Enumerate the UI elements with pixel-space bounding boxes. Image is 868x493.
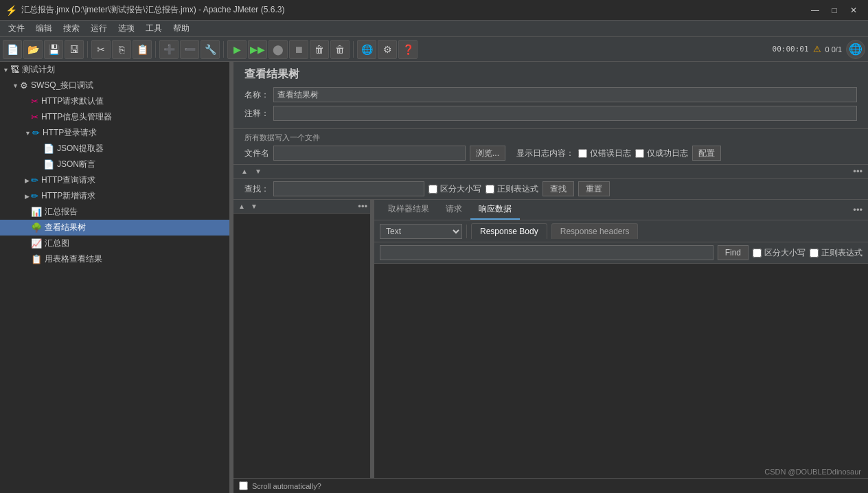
sidebar-label-summary: 汇总报告 <box>45 206 78 218</box>
sidebar-item-http-default[interactable]: ▶ ✂ HTTP请求默认值 <box>0 93 229 109</box>
remove-button[interactable]: ➖ <box>180 40 199 59</box>
menu-edit[interactable]: 编辑 <box>30 21 58 36</box>
sidebar-item-json-extractor[interactable]: ▶ 📄 JSON提取器 <box>0 141 229 157</box>
name-input[interactable] <box>273 87 857 102</box>
comment-input[interactable] <box>273 106 857 121</box>
clear-all-button[interactable]: 🗑 <box>330 40 350 59</box>
menu-help[interactable]: 帮助 <box>168 21 195 36</box>
copy-button[interactable]: ⎘ <box>112 40 131 59</box>
summary-icon: 📊 <box>31 207 42 217</box>
menu-file[interactable]: 文件 <box>3 21 30 36</box>
remote-start-button[interactable]: 🌐 <box>357 40 376 59</box>
sub-tab-headers[interactable]: Response headers <box>551 223 639 239</box>
regex-checkbox[interactable] <box>486 185 494 194</box>
csdn-watermark: CSDN @DOUBLEDdinosaur <box>764 468 861 476</box>
find-case-row: 区分大小写 <box>753 247 806 259</box>
expand-icon-http-login: ▼ <box>25 130 31 137</box>
globe-button[interactable]: 🌐 <box>846 40 865 59</box>
tabs-dots-menu[interactable]: ••• <box>853 205 863 215</box>
sidebar-item-http-login[interactable]: ▼ ✏ HTTP登录请求 <box>0 125 229 141</box>
reset-button[interactable]: 重置 <box>578 181 610 196</box>
find-case-checkbox[interactable] <box>753 249 762 257</box>
sidebar-label-json-assert: JSON断言 <box>57 159 95 170</box>
sep3 <box>223 41 224 58</box>
sidebar-item-http-header[interactable]: ▶ ✂ HTTP信息头管理器 <box>0 109 229 125</box>
sidebar-item-summary[interactable]: ▶ 📊 汇总报告 <box>0 204 229 220</box>
menu-options[interactable]: 选项 <box>113 21 140 36</box>
sidebar-item-swsq[interactable]: ▼ ⚙ SWSQ_接口调试 <box>0 78 229 93</box>
new-button[interactable]: 📄 <box>3 40 22 59</box>
sidebar-item-json-assert[interactable]: ▶ 📄 JSON断言 <box>0 157 229 172</box>
content-area: ▲ ▼ ••• 取样器结果 请求 响应数据 ••• <box>233 200 868 478</box>
arrow-down-list[interactable]: ▼ <box>249 203 260 211</box>
close-button[interactable]: ✕ <box>845 3 863 18</box>
open-button[interactable]: 📂 <box>23 40 43 59</box>
timer-display: 00:00:01 <box>773 45 809 54</box>
debug-button[interactable]: 🔧 <box>201 40 220 59</box>
clear-button[interactable]: 🗑 <box>310 40 329 59</box>
run-test-button[interactable]: ▶▶ <box>248 40 267 59</box>
expand-icon-testplan: ▼ <box>3 67 9 73</box>
add-button[interactable]: ➕ <box>159 40 179 59</box>
menu-run[interactable]: 运行 <box>85 21 113 36</box>
stop-now-button[interactable]: ⏹ <box>289 40 308 59</box>
right-panel: 查看结果树 名称： 注释： 所有数据写入一个文件 文件名 浏览... 显示日志内… <box>233 62 868 493</box>
divider-v <box>466 225 467 238</box>
paste-button[interactable]: 📋 <box>133 40 152 59</box>
browse-button[interactable]: 浏览... <box>470 146 505 161</box>
function-helper-button[interactable]: ⚙ <box>378 40 397 59</box>
tab-sampler-result[interactable]: 取样器结果 <box>380 200 437 220</box>
dots-menu-list[interactable]: ••• <box>358 201 367 211</box>
sidebar-item-result-tree[interactable]: ▶ 🌳 查看结果树 <box>0 220 229 236</box>
http-default-icon: ✂ <box>31 96 38 106</box>
file-label: 文件名 <box>244 148 269 159</box>
arrow-up-top[interactable]: ▲ <box>239 168 250 176</box>
arrow-down-top[interactable]: ▼ <box>253 168 264 176</box>
json-extractor-icon: 📄 <box>43 144 54 154</box>
sub-tab-body[interactable]: Response Body <box>471 223 547 239</box>
menu-search[interactable]: 搜索 <box>58 21 85 36</box>
sep1 <box>87 41 88 58</box>
tab-response-data[interactable]: 响应数据 <box>470 200 520 220</box>
panel-header: 查看结果树 名称： 注释： <box>233 62 868 129</box>
response-body <box>374 264 868 478</box>
save-button[interactable]: 💾 <box>44 40 63 59</box>
sidebar-item-testplan[interactable]: ▼ 🏗 测试计划 <box>0 62 229 78</box>
config-button[interactable]: 配置 <box>692 146 721 161</box>
search-input[interactable] <box>273 181 424 196</box>
tab-request[interactable]: 请求 <box>437 200 470 220</box>
find-regex-checkbox[interactable] <box>810 249 819 257</box>
sidebar-item-http-query[interactable]: ▶ ✏ HTTP查询请求 <box>0 172 229 188</box>
success-only-checkbox[interactable] <box>635 149 644 158</box>
http-header-icon: ✂ <box>31 112 38 122</box>
response-panel: 取样器结果 请求 响应数据 ••• Text JSON XML HTML Bin… <box>374 200 868 478</box>
errors-only-label: 仅错误日志 <box>590 148 631 159</box>
menu-tools[interactable]: 工具 <box>140 21 168 36</box>
arrow-up-list[interactable]: ▲ <box>236 203 247 211</box>
case-sensitive-checkbox[interactable] <box>429 185 437 194</box>
find-response-button[interactable]: Find <box>718 245 749 260</box>
main-area: ▼ 🏗 测试计划 ▼ ⚙ SWSQ_接口调试 ▶ ✂ HTTP请求默认值 ▶ ✂… <box>0 62 868 493</box>
sidebar-label-http-query: HTTP查询请求 <box>41 174 95 186</box>
sidebar-item-table-result[interactable]: ▶ 📋 用表格查看结果 <box>0 251 229 267</box>
scroll-auto-checkbox[interactable] <box>239 481 248 490</box>
table-result-icon: 📋 <box>31 254 42 264</box>
http-login-icon: ✏ <box>32 128 40 138</box>
regex-row: 正则表达式 <box>486 183 538 195</box>
help-button[interactable]: ❓ <box>398 40 418 59</box>
file-input[interactable] <box>273 146 466 161</box>
success-only-label: 仅成功日志 <box>647 148 688 159</box>
run-button[interactable]: ▶ <box>227 40 247 59</box>
errors-only-checkbox[interactable] <box>578 149 587 158</box>
dots-menu-top[interactable]: ••• <box>853 166 863 176</box>
find-button[interactable]: 查找 <box>542 181 574 196</box>
format-select[interactable]: Text JSON XML HTML Binary <box>380 224 462 239</box>
minimize-button[interactable]: — <box>806 3 824 18</box>
find-input[interactable] <box>380 245 713 260</box>
stop-button[interactable]: ⬤ <box>269 40 288 59</box>
save-as-button[interactable]: 🖫 <box>65 40 84 59</box>
sidebar-item-summary-chart[interactable]: ▶ 📈 汇总图 <box>0 236 229 251</box>
sidebar-item-http-add[interactable]: ▶ ✏ HTTP新增请求 <box>0 188 229 204</box>
maximize-button[interactable]: □ <box>825 3 843 18</box>
cut-button[interactable]: ✂ <box>91 40 111 59</box>
